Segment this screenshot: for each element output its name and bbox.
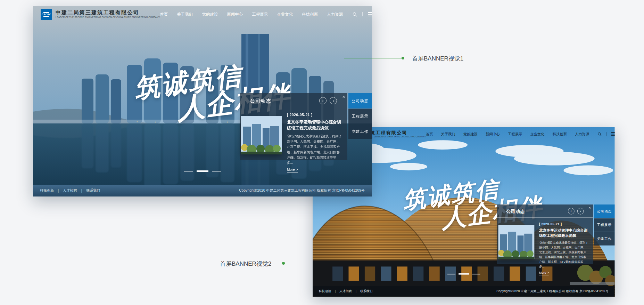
menu-icon[interactable] <box>368 12 372 16</box>
nav-item-culture[interactable]: 企业文化 <box>530 132 545 136</box>
nav-item-about[interactable]: 关于我们 <box>177 12 193 17</box>
side-tab-company-news[interactable]: 公司动态 <box>594 204 615 218</box>
news-excerpt: “冰坛”项目完成冰场最后浇筑，得到了新华网、人民网、央视网、央广网、北京卫视、河… <box>287 134 342 165</box>
news-date: [ 2020-05-21 ] <box>539 222 588 226</box>
side-tabs: 公司动态 工程展示 党建工作 <box>594 204 615 246</box>
news-carousel-arrows: ‹ › <box>568 208 584 215</box>
annotation-dot-2 <box>282 262 285 265</box>
prev-arrow-button[interactable]: ‹ <box>319 97 327 104</box>
side-tab-projects[interactable]: 工程展示 <box>594 218 615 232</box>
news-panel-title: 公司动态 <box>506 209 525 214</box>
nav-item-home[interactable]: 首页 <box>160 12 168 17</box>
news-content: [ 2020-05-21 ] 北京冬季运动管理中心综合训练馆工程完成最后浇筑 “… <box>287 113 342 172</box>
site-header: CSCEC 中建二局第三建筑工程有限公司 LEADER OF THE SECON… <box>33 6 372 22</box>
footer-separator: | <box>356 290 356 293</box>
annotation-line-2 <box>286 263 327 263</box>
homepage-mockup-1: CSCEC 中建二局第三建筑工程有限公司 LEADER OF THE SECON… <box>33 6 372 196</box>
footer-separator: | <box>335 290 336 293</box>
nav-item-projects[interactable]: 工程展示 <box>252 12 268 17</box>
annotation-label-2: 首屏BANNER视觉2 <box>220 260 271 268</box>
footer-links: 科技创新 | 人才招聘 | 联系我们 <box>319 289 373 294</box>
more-link[interactable]: More > <box>287 168 298 172</box>
footer-link-tech[interactable]: 科技创新 <box>40 188 54 193</box>
side-tabs: 公司动态 工程展示 党建工作 <box>348 93 372 139</box>
nav-item-home[interactable]: 首页 <box>426 132 433 136</box>
design-board: CSCEC 中建二局第三建筑工程有限公司 LEADER OF THE SECON… <box>0 0 644 305</box>
close-icon[interactable]: × <box>342 94 345 99</box>
panel-divider <box>497 217 593 218</box>
more-link[interactable]: More > <box>539 271 549 275</box>
nav-item-tech[interactable]: 科技创新 <box>553 132 567 136</box>
logo-text: CSCEC <box>42 13 51 16</box>
footer-link-contact[interactable]: 联系我们 <box>360 289 373 294</box>
side-tab-company-news[interactable]: 公司动态 <box>348 93 372 109</box>
menu-icon[interactable] <box>611 132 614 136</box>
nav-item-party[interactable]: 党的建设 <box>463 132 478 136</box>
site-footer: 科技创新 | 人才招聘 | 联系我们 Copyright©2020 中建二局第三… <box>33 185 372 196</box>
side-tab-projects[interactable]: 工程展示 <box>348 109 372 124</box>
footer-link-jobs[interactable]: 人才招聘 <box>63 188 77 193</box>
next-arrow-button[interactable]: › <box>577 208 584 215</box>
carousel-indicators <box>447 273 480 275</box>
copyright-text: Copyright©2020 中建二局第三建筑工程有限公司 版权所有 京ICP备… <box>239 188 365 193</box>
news-headline[interactable]: 北京冬季运动管理中心综合训练馆工程完成最后浇筑 <box>539 228 588 238</box>
carousel-dot[interactable] <box>472 273 480 274</box>
carousel-dot[interactable] <box>212 171 221 172</box>
carousel-dot[interactable] <box>184 171 193 172</box>
news-content: [ 2020-05-21 ] 北京冬季运动管理中心综合训练馆工程完成最后浇筑 “… <box>539 222 588 275</box>
carousel-indicators <box>184 170 221 172</box>
next-arrow-button[interactable]: › <box>330 97 337 104</box>
prev-arrow-button[interactable]: ‹ <box>568 208 575 215</box>
footer-separator: | <box>81 189 82 193</box>
news-overlay-panel: 公司动态 ‹ › × <box>497 204 593 264</box>
main-nav: 首页 关于我们 党的建设 新闻中心 工程展示 企业文化 科技创新 人力资源 <box>160 12 372 17</box>
side-tab-party-work[interactable]: 党建工作 <box>348 124 372 139</box>
news-overlay-panel: 公司动态 ‹ › × <box>240 93 347 160</box>
footer-link-contact[interactable]: 联系我们 <box>86 188 100 193</box>
annotation-dot-1 <box>402 57 404 59</box>
footer-link-tech[interactable]: 科技创新 <box>319 289 331 294</box>
nav-item-news[interactable]: 新闻中心 <box>486 132 500 136</box>
nav-item-culture[interactable]: 企业文化 <box>277 12 293 17</box>
footer-separator: | <box>58 189 59 193</box>
panel-divider <box>240 108 347 108</box>
nav-item-about[interactable]: 关于我们 <box>441 132 455 136</box>
nav-tools <box>598 132 615 136</box>
carousel-dot-active[interactable] <box>197 170 208 172</box>
close-icon[interactable]: × <box>588 206 591 210</box>
nav-item-party[interactable]: 党的建设 <box>202 12 218 17</box>
company-tagline: LEADER OF THE SECOND ENGINEERING DIVISIO… <box>56 16 160 19</box>
nav-item-hr[interactable]: 人力资源 <box>327 12 343 17</box>
nav-item-news[interactable]: 新闻中心 <box>227 12 243 17</box>
nav-item-projects[interactable]: 工程展示 <box>508 132 522 136</box>
search-icon[interactable] <box>353 12 357 17</box>
nav-item-tech[interactable]: 科技创新 <box>302 12 318 17</box>
news-carousel-arrows: ‹ › <box>319 97 337 104</box>
annotation-line-1 <box>344 58 402 58</box>
news-date: [ 2020-05-21 ] <box>287 113 342 117</box>
nav-divider <box>606 132 607 136</box>
news-excerpt: “冰坛”项目完成冰场最后浇筑，得到了新华网、人民网、央视网、央广网、北京卫视、河… <box>539 241 588 269</box>
news-thumbnail[interactable] <box>241 116 282 154</box>
footer-link-jobs[interactable]: 人才招聘 <box>339 289 352 294</box>
news-headline[interactable]: 北京冬季运动管理中心综合训练馆工程完成最后浇筑 <box>287 119 342 131</box>
news-thumbnail[interactable] <box>498 225 534 259</box>
copyright-text: Copyright©2020 中建二局第三建筑工程有限公司 版权所有 京ICP备… <box>496 289 609 294</box>
nav-item-hr[interactable]: 人力资源 <box>575 132 589 136</box>
main-nav: 首页 关于我们 党的建设 新闻中心 工程展示 企业文化 科技创新 人力资源 <box>426 132 615 136</box>
carousel-dot[interactable] <box>447 273 455 274</box>
nav-tools <box>353 12 372 17</box>
annotation-label-1: 首屏BANNER视觉1 <box>412 55 463 63</box>
footer-links: 科技创新 | 人才招聘 | 联系我们 <box>40 188 100 193</box>
side-tab-party-work[interactable]: 党建工作 <box>594 232 615 245</box>
site-footer: 科技创新 | 人才招聘 | 联系我们 Copyright©2020 中建二局第三… <box>313 286 615 297</box>
news-panel-title: 公司动态 <box>250 98 271 104</box>
cscec-logo[interactable]: CSCEC <box>41 9 52 20</box>
brand-block: 中建二局第三建筑工程有限公司 LEADER OF THE SECOND ENGI… <box>56 10 160 19</box>
carousel-dot-active[interactable] <box>459 273 469 275</box>
company-name: 中建二局第三建筑工程有限公司 <box>56 10 160 16</box>
search-icon[interactable] <box>598 132 602 136</box>
nav-divider <box>362 12 363 16</box>
